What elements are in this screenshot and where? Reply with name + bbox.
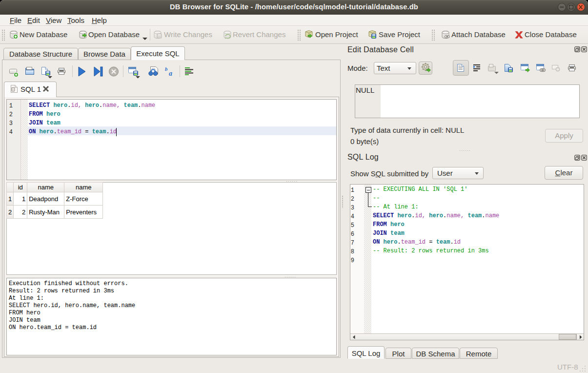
svg-text:a: a	[169, 70, 172, 77]
svg-text:b: b	[165, 66, 168, 72]
